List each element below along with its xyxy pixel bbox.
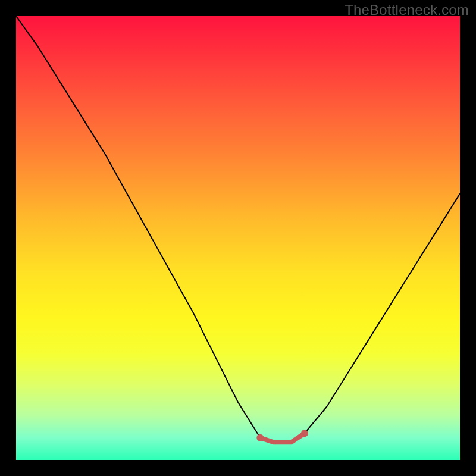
bottom-highlight-segment: [260, 433, 305, 442]
watermark-text: TheBottleneck.com: [345, 2, 469, 18]
highlight-endpoint-left: [256, 434, 264, 441]
chart-svg: [16, 16, 460, 460]
chart-frame: TheBottleneck.com: [0, 0, 476, 476]
highlight-endpoint-right: [301, 430, 308, 437]
plot-area: [16, 16, 460, 460]
main-curve: [16, 16, 460, 442]
